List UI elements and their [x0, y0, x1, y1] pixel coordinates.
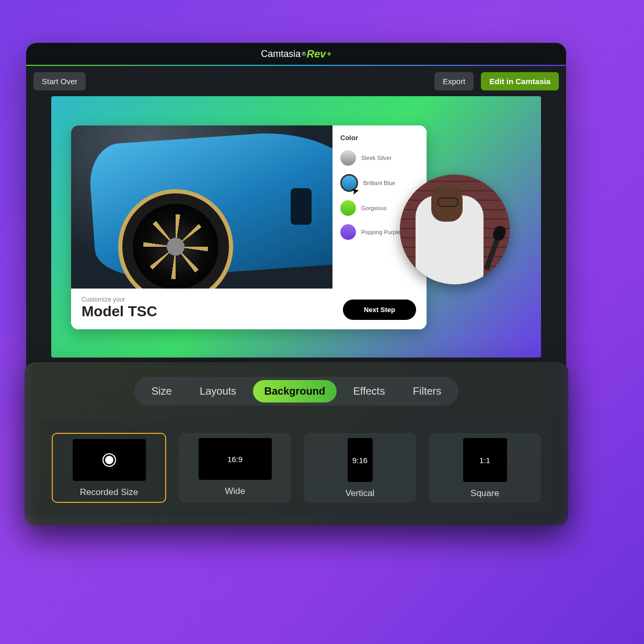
recorded-size-thumb	[73, 439, 146, 481]
swatch-label: Popping Purple	[361, 229, 400, 235]
toolbar: Start Over Export Edit in Camtasia	[26, 66, 566, 96]
swatch-silver[interactable]: Sleek Silver	[340, 150, 419, 166]
square-thumb: 1:1	[463, 438, 507, 482]
swatch-label: Brilliant Blue	[363, 180, 395, 186]
color-panel-title: Color	[340, 134, 419, 142]
option-label: Wide	[225, 486, 245, 497]
edit-in-camtasia-button[interactable]: Edit in Camtasia	[481, 72, 559, 90]
brand-logo: Camtasia® Rev+	[261, 48, 331, 60]
tab-background[interactable]: Background	[253, 380, 337, 402]
tab-effects[interactable]: Effects	[342, 380, 397, 402]
swatch-label: Sleek Silver	[361, 155, 392, 161]
card-top: Color Sleek Silver ➤ Brilliant Blue Gorg…	[71, 125, 427, 289]
next-step-button[interactable]: Next Step	[343, 300, 416, 320]
customize-label: Customize your	[82, 296, 157, 303]
titlebar: Camtasia® Rev+	[26, 43, 566, 66]
option-label: Recorded Size	[80, 487, 139, 498]
editor-panel: Size Layouts Background Effects Filters …	[25, 362, 568, 525]
swatch-label: Gorgeous	[361, 205, 386, 211]
silver-swatch-icon	[340, 150, 356, 166]
swatch-blue[interactable]: ➤ Brilliant Blue	[340, 174, 419, 192]
blue-swatch-icon: ➤	[340, 174, 358, 192]
card-bottom: Customize your Model TSC Next Step	[71, 289, 427, 329]
record-dot-icon	[104, 454, 115, 466]
tab-layouts[interactable]: Layouts	[188, 380, 248, 402]
car-image	[71, 125, 332, 289]
preview-canvas: Color Sleek Silver ➤ Brilliant Blue Gorg…	[51, 96, 541, 358]
ratio-text: 1:1	[479, 456, 490, 465]
option-recorded-size[interactable]: Recorded Size	[52, 433, 166, 503]
option-wide[interactable]: 16:9 Wide	[179, 433, 291, 503]
model-text-group: Customize your Model TSC	[82, 296, 157, 320]
tab-filters[interactable]: Filters	[401, 380, 453, 402]
avatar-head	[431, 185, 463, 222]
ratio-text: 16:9	[227, 455, 243, 464]
purple-swatch-icon	[340, 224, 356, 240]
tab-bar: Size Layouts Background Effects Filters	[134, 377, 458, 406]
car-vent-shape	[291, 188, 312, 225]
option-vertical[interactable]: 9:16 Vertical	[304, 433, 416, 503]
tab-size[interactable]: Size	[140, 380, 183, 402]
start-over-button[interactable]: Start Over	[33, 72, 86, 90]
brand-sub: Rev	[307, 48, 326, 60]
cursor-icon: ➤	[350, 184, 360, 197]
wide-thumb: 16:9	[199, 438, 272, 480]
option-label: Square	[470, 488, 499, 499]
export-button[interactable]: Export	[434, 72, 474, 90]
option-square[interactable]: 1:1 Square	[429, 433, 541, 503]
webcam-avatar[interactable]	[400, 175, 510, 284]
toolbar-right: Export Edit in Camtasia	[434, 72, 559, 90]
green-swatch-icon	[340, 200, 356, 216]
ratio-text: 9:16	[352, 456, 367, 465]
registered-icon: ®	[302, 51, 305, 57]
brand-plus-icon: +	[327, 50, 331, 58]
model-name: Model TSC	[82, 303, 157, 320]
size-options-row: Recorded Size 16:9 Wide 9:16 Vertical 1:…	[40, 420, 553, 515]
brand-main: Camtasia	[261, 49, 301, 60]
vertical-thumb: 9:16	[348, 438, 373, 482]
option-label: Vertical	[346, 488, 375, 499]
content-card: Color Sleek Silver ➤ Brilliant Blue Gorg…	[71, 125, 427, 329]
